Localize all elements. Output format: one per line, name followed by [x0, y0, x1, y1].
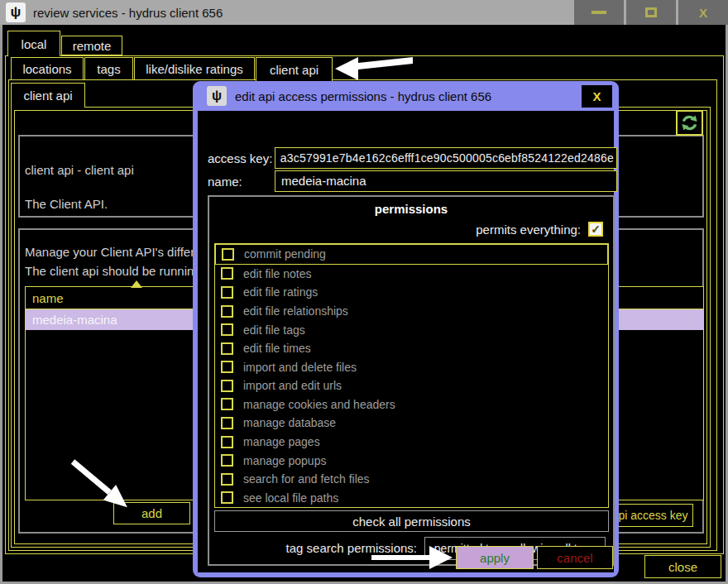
permission-label: edit file relationships — [243, 304, 348, 318]
permission-checkbox[interactable] — [221, 323, 233, 336]
permission-label: edit file times — [243, 342, 311, 355]
hydrus-logo-icon: ψ — [6, 2, 26, 22]
permission-label: import and edit urls — [243, 379, 342, 392]
maximize-icon — [645, 7, 657, 17]
permission-label: manage pages — [243, 435, 320, 448]
tab-remote[interactable]: remote — [61, 36, 122, 55]
permission-checkbox[interactable] — [221, 473, 233, 486]
permission-label: search for and fetch files — [243, 472, 370, 486]
permission-item[interactable]: edit file tags — [215, 320, 608, 339]
check-all-permissions-button[interactable]: check all permissions — [214, 510, 609, 532]
permissions-list: commit pendingedit file notesedit file r… — [214, 243, 609, 508]
cancel-button[interactable]: cancel — [537, 546, 613, 569]
permission-checkbox[interactable] — [221, 267, 233, 280]
tab-local[interactable]: local — [7, 31, 60, 56]
access-key-field[interactable]: a3c57991e7b4e162c6efff1ce90c500005c6ebf8… — [275, 147, 617, 169]
permission-item[interactable]: manage pages — [215, 433, 608, 452]
permission-item[interactable]: edit file notes — [215, 265, 608, 284]
permission-label: edit file notes — [243, 267, 312, 280]
permission-checkbox[interactable] — [221, 491, 233, 504]
permission-item[interactable]: manage cookies and headers — [215, 395, 608, 414]
window-title: review services - hydrus client 656 — [33, 6, 223, 20]
permission-checkbox[interactable] — [221, 380, 233, 392]
tab-like-dislike-ratings[interactable]: like/dislike ratings — [134, 57, 255, 80]
permits-everything-checkbox[interactable]: ✓ — [588, 222, 603, 237]
permission-label: see local file paths — [243, 491, 338, 505]
permission-item[interactable]: import and edit urls — [215, 376, 608, 395]
permission-checkbox[interactable] — [221, 436, 233, 448]
refresh-icon — [680, 113, 699, 132]
sort-ascending-icon — [131, 280, 142, 288]
annotation-arrow-apply-button — [371, 545, 454, 570]
permission-item[interactable]: search for and fetch files — [215, 470, 608, 489]
permits-everything-row: permits everything: ✓ — [476, 222, 603, 237]
apply-button[interactable]: apply — [456, 546, 534, 569]
window-titlebar[interactable]: ψ review services - hydrus client 656 X — [0, 0, 728, 25]
permission-item[interactable]: manage popups — [215, 451, 608, 470]
dialog-titlebar[interactable]: ψ edit api access permissions - hydrus c… — [193, 81, 619, 111]
permission-checkbox[interactable] — [222, 248, 234, 261]
permission-label: manage cookies and headers — [243, 398, 395, 411]
window-controls: X — [572, 0, 728, 25]
dialog-title: edit api access permissions - hydrus cli… — [235, 89, 491, 103]
tab-client-api-service[interactable]: client api — [11, 83, 85, 108]
permission-checkbox[interactable] — [221, 361, 233, 373]
name-label: name: — [208, 175, 242, 189]
minimize-icon — [592, 11, 606, 14]
tab-locations[interactable]: locations — [11, 57, 84, 80]
service-info-title: client api - client api — [25, 163, 134, 177]
permits-everything-label: permits everything: — [476, 223, 581, 237]
edit-api-permissions-dialog: ψ edit api access permissions - hydrus c… — [193, 81, 619, 577]
manage-keys-text-1: Manage your Client API's differ — [25, 245, 194, 259]
maximize-button[interactable] — [626, 0, 676, 25]
permission-checkbox[interactable] — [221, 305, 233, 318]
permission-label: manage database — [243, 416, 336, 429]
permission-label: manage popups — [243, 454, 326, 467]
permission-item[interactable]: import and delete files — [215, 357, 608, 376]
close-button[interactable]: X — [678, 0, 728, 25]
close-icon: X — [699, 6, 707, 20]
access-key-label: access key: — [208, 151, 272, 165]
annotation-arrow-client-api-tab — [334, 55, 414, 83]
tab-client-api[interactable]: client api — [256, 57, 333, 81]
permission-checkbox[interactable] — [221, 286, 233, 299]
permission-checkbox[interactable] — [221, 398, 233, 410]
window-border-left — [0, 25, 2, 582]
permission-label: edit file tags — [243, 323, 305, 337]
permission-item[interactable]: see local file paths — [215, 489, 608, 508]
permissions-panel: permissions permits everything: ✓ commit… — [208, 195, 615, 566]
refresh-button[interactable] — [676, 110, 703, 136]
permission-item[interactable]: edit file ratings — [215, 283, 608, 302]
dialog-close-button[interactable]: X — [582, 85, 612, 108]
close-dialog-button[interactable]: close — [644, 555, 721, 578]
permission-item[interactable]: edit file times — [215, 339, 608, 358]
dialog-body: access key: a3c57991e7b4e162c6efff1ce90c… — [198, 111, 614, 572]
permission-checkbox[interactable] — [221, 417, 233, 429]
permission-label: edit file ratings — [243, 285, 318, 299]
permissions-title: permissions — [209, 202, 613, 216]
hydrus-logo-icon: ψ — [207, 86, 227, 106]
service-info-description: The Client API. — [25, 197, 108, 211]
permission-item[interactable]: edit file relationships — [215, 302, 608, 321]
tab-tags[interactable]: tags — [84, 57, 133, 80]
permission-item[interactable]: manage database — [215, 414, 608, 433]
permission-item[interactable]: commit pending — [215, 244, 608, 265]
minimize-button[interactable] — [574, 0, 624, 25]
manage-keys-text-2: The client api should be runnin — [25, 264, 194, 278]
permission-checkbox[interactable] — [221, 342, 233, 355]
name-field[interactable]: medeia-macina — [275, 170, 617, 192]
permission-label: import and delete files — [243, 361, 357, 374]
review-services-window: ψ review services - hydrus client 656 X … — [0, 0, 728, 584]
annotation-arrow-add-button — [69, 450, 137, 516]
copy-api-access-key-button[interactable]: pi access key — [613, 504, 693, 527]
permission-label: commit pending — [244, 247, 326, 261]
permission-checkbox[interactable] — [221, 454, 233, 467]
